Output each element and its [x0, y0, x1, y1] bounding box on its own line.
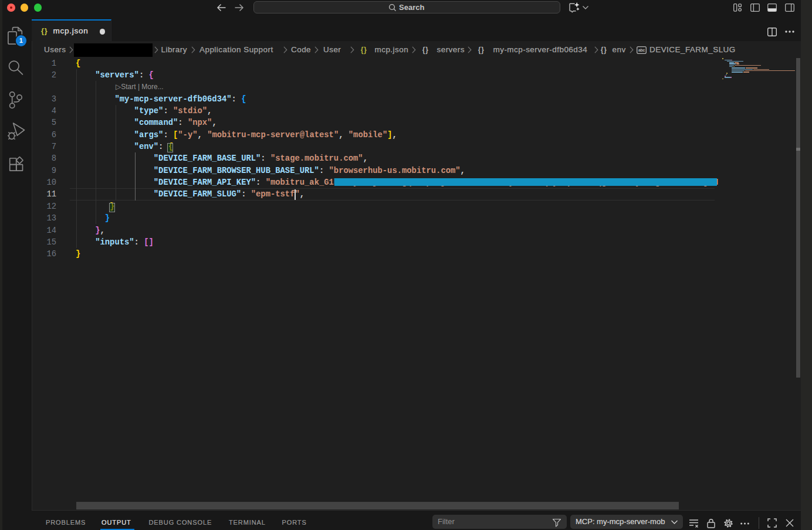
- svg-text:abc: abc: [638, 48, 645, 52]
